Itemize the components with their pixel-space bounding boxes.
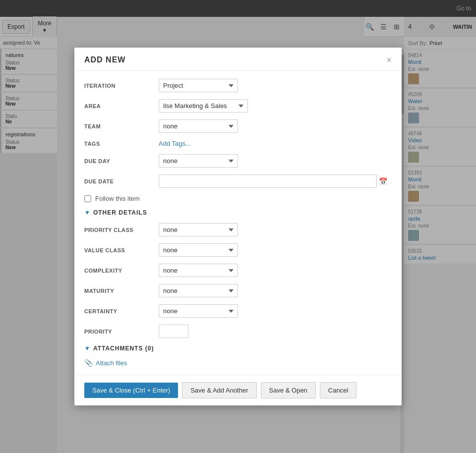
follow-label[interactable]: Follow this item (95, 195, 140, 202)
due-day-control: noneMondayTuesdayWednesdayThursdayFriday (159, 154, 392, 168)
due-day-row: DUE DAY noneMondayTuesdayWednesdayThursd… (84, 154, 392, 168)
priority-class-control: noneHighMediumLow (159, 223, 392, 236)
tags-control: Add Tags... (159, 140, 392, 147)
attachments-title: ATTACHMENTS (0) (93, 345, 154, 352)
priority-input[interactable]: 0 (159, 325, 188, 338)
iteration-select[interactable]: ProjectSprint 1Sprint 2Backlog (159, 79, 238, 92)
other-details-section-header[interactable]: ▼ OTHER DETAILS (84, 209, 392, 216)
certainty-control: noneLowMediumHigh (159, 304, 392, 318)
modal-body: ITERATION ProjectSprint 1Sprint 2Backlog… (74, 71, 402, 375)
value-class-row: VALUE CLASS noneHighMediumLow (84, 243, 392, 257)
close-button[interactable]: × (386, 56, 392, 64)
tags-row: TAGS Add Tags... (84, 140, 392, 147)
priority-control: 0 (159, 325, 392, 338)
modal-footer: Save & Close (Ctrl + Enter) Save & Add A… (74, 375, 402, 405)
maturity-row: MATURITY noneLowMediumHigh (84, 284, 392, 297)
maturity-select[interactable]: noneLowMediumHigh (159, 284, 238, 297)
date-wrapper: 📅 (159, 174, 392, 188)
complexity-select[interactable]: noneSimpleModerateComplex (159, 264, 238, 277)
save-add-button[interactable]: Save & Add Another (182, 382, 256, 398)
iteration-label: ITERATION (84, 83, 159, 89)
save-close-button[interactable]: Save & Close (Ctrl + Enter) (84, 383, 178, 398)
value-class-control: noneHighMediumLow (159, 243, 392, 257)
attach-label[interactable]: Attach files (96, 359, 127, 367)
attach-files-link[interactable]: 📎 Attach files (84, 359, 392, 367)
area-row: AREA ilse Marketing & SalesDevelopmentDe… (84, 99, 392, 113)
team-select[interactable]: noneTeam ATeam B (159, 119, 238, 133)
iteration-control: ProjectSprint 1Sprint 2Backlog (159, 79, 392, 92)
priority-class-label: PRIORITY CLASS (84, 227, 159, 233)
cancel-button[interactable]: Cancel (320, 382, 357, 398)
value-class-select[interactable]: noneHighMediumLow (159, 243, 238, 257)
team-control: noneTeam ATeam B (159, 119, 392, 133)
complexity-row: COMPLEXITY noneSimpleModerateComplex (84, 264, 392, 277)
priority-class-row: PRIORITY CLASS noneHighMediumLow (84, 223, 392, 236)
iteration-row: ITERATION ProjectSprint 1Sprint 2Backlog (84, 79, 392, 92)
priority-class-select[interactable]: noneHighMediumLow (159, 223, 238, 236)
due-date-control: 📅 (159, 174, 392, 188)
due-date-input[interactable] (159, 174, 377, 188)
chevron-down-icon: ▼ (84, 209, 90, 216)
priority-row: PRIORITY 0 (84, 325, 392, 338)
attachments-section-header[interactable]: ▼ ATTACHMENTS (0) (84, 345, 392, 352)
paperclip-icon: 📎 (84, 359, 93, 367)
add-tags-link[interactable]: Add Tags... (159, 140, 191, 147)
maturity-control: noneLowMediumHigh (159, 284, 392, 297)
complexity-control: noneSimpleModerateComplex (159, 264, 392, 277)
modal-dialog: ADD NEW × ITERATION ProjectSprint 1Sprin… (74, 48, 402, 405)
due-date-label: DUE DATE (84, 178, 159, 184)
team-row: TEAM noneTeam ATeam B (84, 119, 392, 133)
follow-checkbox[interactable] (84, 195, 91, 202)
area-label: AREA (84, 103, 159, 109)
modal-overlay: ADD NEW × ITERATION ProjectSprint 1Sprin… (0, 0, 476, 453)
value-class-label: VALUE CLASS (84, 247, 159, 253)
other-details-title: OTHER DETAILS (93, 209, 147, 216)
chevron-down-icon: ▼ (84, 345, 90, 352)
save-open-button[interactable]: Save & Open (261, 382, 316, 398)
tags-label: TAGS (84, 141, 159, 147)
complexity-label: COMPLEXITY (84, 268, 159, 274)
due-day-select[interactable]: noneMondayTuesdayWednesdayThursdayFriday (159, 154, 238, 168)
modal-header: ADD NEW × (74, 48, 402, 71)
priority-label: PRIORITY (84, 329, 159, 335)
area-control: ilse Marketing & SalesDevelopmentDesign (159, 99, 392, 113)
team-label: TEAM (84, 123, 159, 129)
calendar-icon[interactable]: 📅 (379, 177, 387, 185)
certainty-row: CERTAINTY noneLowMediumHigh (84, 304, 392, 318)
area-select[interactable]: ilse Marketing & SalesDevelopmentDesign (159, 99, 248, 113)
certainty-select[interactable]: noneLowMediumHigh (159, 304, 238, 318)
follow-row: Follow this item (84, 195, 392, 202)
certainty-label: CERTAINTY (84, 308, 159, 314)
due-day-label: DUE DAY (84, 158, 159, 164)
maturity-label: MATURITY (84, 288, 159, 294)
modal-title: ADD NEW (84, 56, 125, 64)
due-date-row: DUE DATE 📅 (84, 174, 392, 188)
